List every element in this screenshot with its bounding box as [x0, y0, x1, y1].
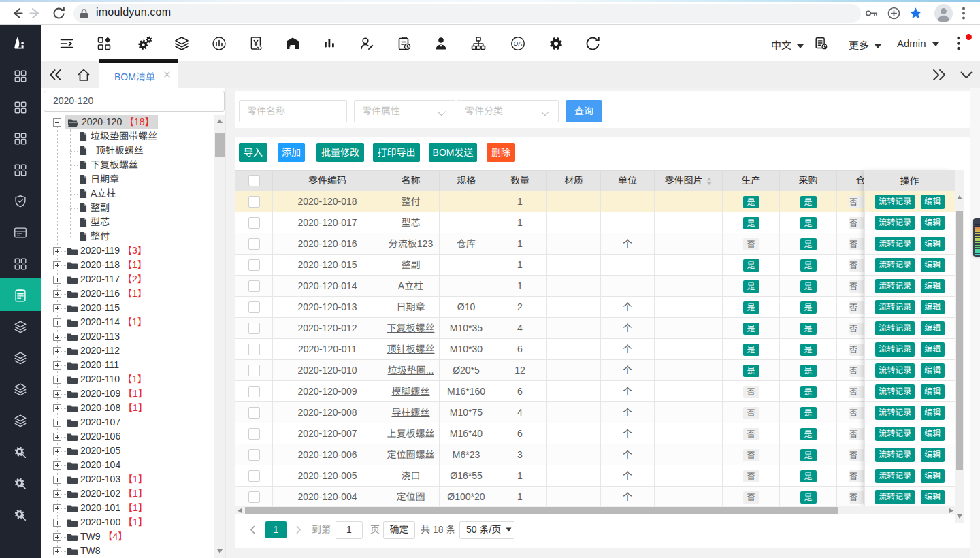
svg-text:OA: OA: [514, 40, 523, 47]
